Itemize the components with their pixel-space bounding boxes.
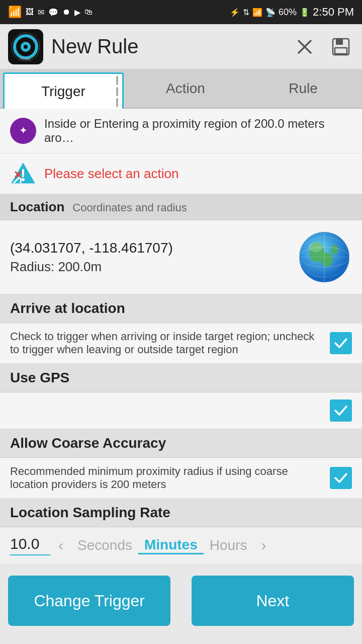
battery-icon: 🔋 xyxy=(300,8,310,17)
tab-action[interactable]: Action xyxy=(127,69,244,108)
action-warning-icon xyxy=(10,160,36,187)
close-button[interactable] xyxy=(292,34,318,60)
sampling-controls: 10.0 ‹ Seconds Minutes Hours › xyxy=(0,527,362,564)
coarse-accuracy-checkbox[interactable] xyxy=(330,467,352,489)
sampling-next-arrow[interactable]: › xyxy=(253,537,274,554)
use-gps-row[interactable] xyxy=(0,392,362,429)
action-error-row[interactable]: Please select an action xyxy=(0,153,362,194)
app-logo: FREE xyxy=(8,29,43,64)
battery-text: 60% xyxy=(279,7,297,18)
location-text: (34.031707, -118.461707) Radius: 200.0m xyxy=(10,240,289,275)
svg-point-14 xyxy=(22,178,25,181)
next-button[interactable]: Next xyxy=(192,576,354,626)
tab-drag-handle xyxy=(116,76,118,107)
recorder-icon: ⏺ xyxy=(62,8,70,17)
arrive-at-location-header: Arrive at location xyxy=(0,294,362,323)
svg-point-21 xyxy=(321,253,333,267)
store-icon: 🛍 xyxy=(84,8,93,17)
svg-text:FREE: FREE xyxy=(20,56,31,61)
location-block[interactable]: (34.031707, -118.461707) Radius: 200.0m xyxy=(0,220,362,294)
change-trigger-button[interactable]: Change Trigger xyxy=(8,576,170,626)
svg-rect-9 xyxy=(335,48,347,54)
coarse-accuracy-header: Allow Coarse Accuracy xyxy=(0,429,362,458)
save-button[interactable] xyxy=(328,34,354,60)
sampling-unit-minutes[interactable]: Minutes xyxy=(138,537,204,554)
status-bar-right: ⚡ ⇅ 📶 📡 60% 🔋 2:50 PM xyxy=(230,6,354,19)
clock: 2:50 PM xyxy=(313,6,354,19)
svg-point-3 xyxy=(24,45,28,49)
arrive-at-location-checkbox[interactable] xyxy=(330,332,352,354)
gallery-icon: 🖼 xyxy=(26,8,34,17)
page-title: New Rule xyxy=(51,35,292,58)
svg-point-22 xyxy=(330,245,338,255)
talk-icon: 💬 xyxy=(48,8,58,17)
sim-icon: 📶 xyxy=(8,6,22,19)
trigger-info-row[interactable]: ✦ Inside or Entering a proximity region … xyxy=(0,109,362,153)
svg-text:✦: ✦ xyxy=(19,125,28,136)
content-area: ✦ Inside or Entering a proximity region … xyxy=(0,109,362,564)
trigger-description: Inside or Entering a proximity region of… xyxy=(44,117,352,145)
location-section-header: Location Coordinates and radius xyxy=(0,194,362,220)
tab-bar: Trigger Action Rule xyxy=(0,69,362,109)
svg-point-27 xyxy=(309,242,323,252)
play-icon: ▶ xyxy=(74,8,80,17)
sync-icon: ⇅ xyxy=(243,8,249,17)
sampling-rate-header: Location Sampling Rate xyxy=(0,499,362,527)
bluetooth-icon: ⚡ xyxy=(230,8,240,17)
wifi-icon: 📡 xyxy=(265,8,276,17)
sampling-prev-arrow[interactable]: ‹ xyxy=(50,537,71,554)
status-bar-left: 📶 🖼 ✉ 💬 ⏺ ▶ 🛍 xyxy=(8,6,93,19)
svg-rect-8 xyxy=(336,39,343,45)
coarse-accuracy-row[interactable]: Recommended minimum proximity radius if … xyxy=(0,458,362,499)
tab-rule[interactable]: Rule xyxy=(244,69,362,108)
tab-trigger[interactable]: Trigger xyxy=(3,72,124,109)
sampling-value[interactable]: 10.0 xyxy=(10,535,50,555)
gmail-icon: ✉ xyxy=(38,8,44,17)
sampling-unit-hours[interactable]: Hours xyxy=(204,537,253,553)
app-bar: FREE New Rule xyxy=(0,24,362,69)
app-bar-actions xyxy=(292,34,354,60)
action-error-message: Please select an action xyxy=(44,166,178,182)
signal-icon: 📶 xyxy=(252,8,262,17)
trigger-type-icon: ✦ xyxy=(10,118,36,144)
use-gps-checkbox[interactable] xyxy=(330,399,352,422)
sampling-unit-seconds[interactable]: Seconds xyxy=(71,537,138,553)
use-gps-header: Use GPS xyxy=(0,364,362,392)
arrive-at-location-row[interactable]: Check to trigger when arriving or inside… xyxy=(0,323,362,364)
bottom-bar: Change Trigger Next xyxy=(0,566,362,636)
status-bar: 📶 🖼 ✉ 💬 ⏺ ▶ 🛍 ⚡ ⇅ 📶 📡 60% 🔋 2:50 PM xyxy=(0,0,362,24)
globe-icon xyxy=(297,229,352,285)
